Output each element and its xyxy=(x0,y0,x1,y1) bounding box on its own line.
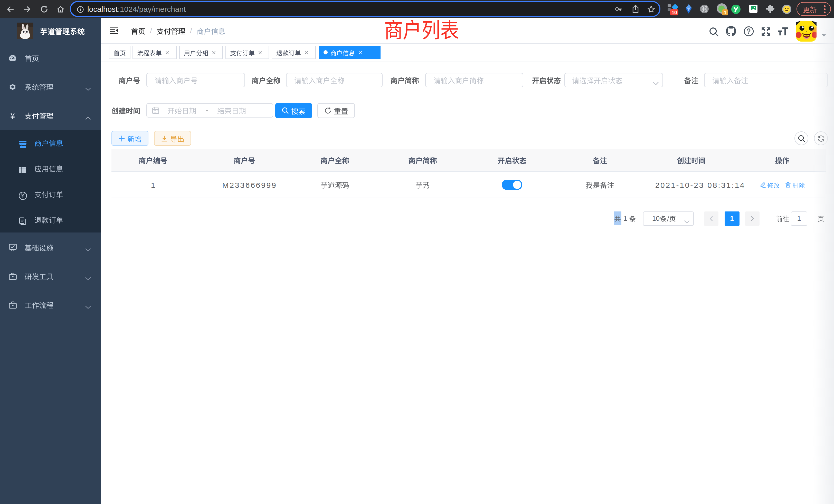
svg-text:10: 10 xyxy=(672,10,677,15)
svg-text:1: 1 xyxy=(724,10,727,15)
